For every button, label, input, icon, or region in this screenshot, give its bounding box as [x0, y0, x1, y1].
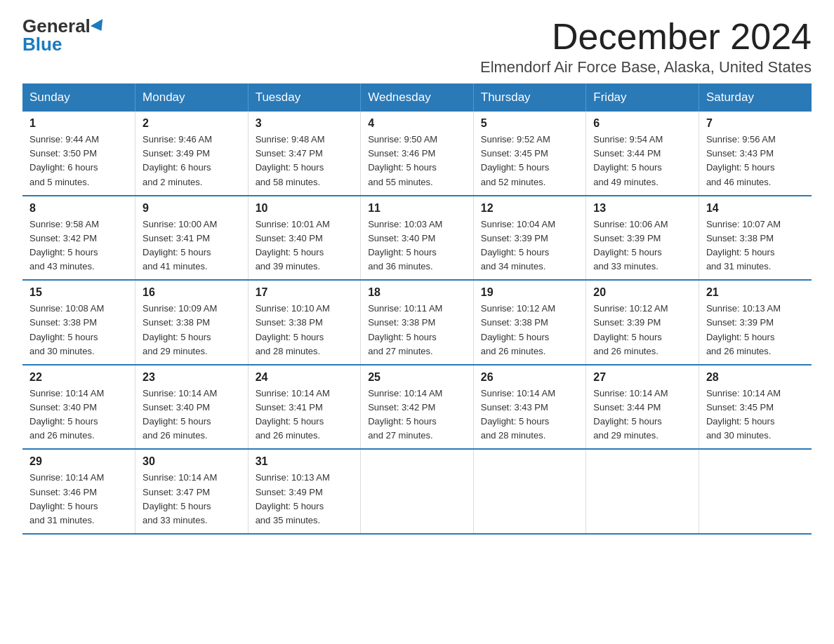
- calendar-cell: 16Sunrise: 10:09 AMSunset: 3:38 PMDaylig…: [135, 280, 249, 365]
- location-title: Elmendorf Air Force Base, Alaska, United…: [480, 58, 812, 76]
- day-info: Sunrise: 10:14 AMSunset: 3:45 PMDaylight…: [706, 387, 805, 443]
- calendar-cell: 29Sunrise: 10:14 AMSunset: 3:46 PMDaylig…: [22, 449, 135, 534]
- day-info: Sunrise: 9:52 AMSunset: 3:45 PMDaylight:…: [481, 133, 579, 189]
- day-number: 28: [706, 371, 805, 384]
- day-number: 26: [481, 371, 579, 384]
- day-info: Sunrise: 10:13 AMSunset: 3:49 PMDaylight…: [256, 471, 354, 528]
- day-number: 4: [368, 117, 466, 130]
- day-info: Sunrise: 10:14 AMSunset: 3:44 PMDaylight…: [593, 387, 691, 443]
- day-info: Sunrise: 9:56 AMSunset: 3:43 PMDaylight:…: [706, 133, 805, 189]
- day-number: 15: [29, 286, 128, 299]
- calendar-cell: 13Sunrise: 10:06 AMSunset: 3:39 PMDaylig…: [586, 196, 699, 281]
- day-info: Sunrise: 10:07 AMSunset: 3:38 PMDaylight…: [706, 217, 805, 274]
- day-info: Sunrise: 9:54 AMSunset: 3:44 PMDaylight:…: [593, 133, 691, 189]
- day-info: Sunrise: 10:03 AMSunset: 3:40 PMDaylight…: [368, 217, 466, 274]
- day-info: Sunrise: 10:08 AMSunset: 3:38 PMDaylight…: [29, 302, 128, 358]
- calendar-table: SundayMondayTuesdayWednesdayThursdayFrid…: [22, 83, 812, 535]
- calendar-cell: 3Sunrise: 9:48 AMSunset: 3:47 PMDaylight…: [248, 112, 361, 196]
- calendar-cell: 9Sunrise: 10:00 AMSunset: 3:41 PMDayligh…: [135, 196, 249, 281]
- day-info: Sunrise: 10:00 AMSunset: 3:41 PMDaylight…: [143, 217, 241, 274]
- calendar-cell: 26Sunrise: 10:14 AMSunset: 3:43 PMDaylig…: [473, 365, 586, 450]
- week-row-3: 15Sunrise: 10:08 AMSunset: 3:38 PMDaylig…: [22, 280, 812, 365]
- day-info: Sunrise: 10:06 AMSunset: 3:39 PMDaylight…: [593, 217, 691, 274]
- weekday-header-tuesday: Tuesday: [248, 83, 361, 112]
- day-info: Sunrise: 9:50 AMSunset: 3:46 PMDaylight:…: [368, 133, 466, 189]
- calendar-cell: 17Sunrise: 10:10 AMSunset: 3:38 PMDaylig…: [248, 280, 361, 365]
- day-number: 2: [143, 117, 241, 130]
- day-info: Sunrise: 9:44 AMSunset: 3:50 PMDaylight:…: [29, 133, 128, 189]
- day-info: Sunrise: 10:10 AMSunset: 3:38 PMDaylight…: [256, 302, 354, 358]
- calendar-cell: 2Sunrise: 9:46 AMSunset: 3:49 PMDaylight…: [135, 112, 249, 196]
- week-row-2: 8Sunrise: 9:58 AMSunset: 3:42 PMDaylight…: [22, 196, 812, 281]
- day-number: 13: [593, 202, 691, 215]
- day-number: 17: [256, 286, 354, 299]
- calendar-cell: 7Sunrise: 9:56 AMSunset: 3:43 PMDaylight…: [699, 112, 812, 196]
- day-info: Sunrise: 10:04 AMSunset: 3:39 PMDaylight…: [481, 217, 579, 274]
- calendar-cell: 11Sunrise: 10:03 AMSunset: 3:40 PMDaylig…: [361, 196, 474, 281]
- weekday-header-monday: Monday: [135, 83, 249, 112]
- day-info: Sunrise: 10:13 AMSunset: 3:39 PMDaylight…: [706, 302, 805, 358]
- day-number: 11: [368, 202, 466, 215]
- day-info: Sunrise: 10:14 AMSunset: 3:40 PMDaylight…: [143, 387, 241, 443]
- day-info: Sunrise: 10:14 AMSunset: 3:42 PMDaylight…: [368, 387, 466, 443]
- day-number: 29: [29, 455, 128, 468]
- week-row-4: 22Sunrise: 10:14 AMSunset: 3:40 PMDaylig…: [22, 365, 812, 450]
- day-number: 24: [256, 371, 354, 384]
- calendar-cell: 23Sunrise: 10:14 AMSunset: 3:40 PMDaylig…: [135, 365, 249, 450]
- day-info: Sunrise: 10:14 AMSunset: 3:43 PMDaylight…: [481, 387, 579, 443]
- day-info: Sunrise: 10:12 AMSunset: 3:38 PMDaylight…: [481, 302, 579, 358]
- weekday-header-thursday: Thursday: [473, 83, 586, 112]
- logo-blue-line: Blue: [22, 35, 62, 53]
- calendar-cell: 30Sunrise: 10:14 AMSunset: 3:47 PMDaylig…: [135, 449, 249, 534]
- calendar-cell: [361, 449, 474, 534]
- day-number: 6: [593, 117, 691, 130]
- calendar-cell: 8Sunrise: 9:58 AMSunset: 3:42 PMDaylight…: [22, 196, 135, 281]
- calendar-cell: 27Sunrise: 10:14 AMSunset: 3:44 PMDaylig…: [586, 365, 699, 450]
- day-info: Sunrise: 9:46 AMSunset: 3:49 PMDaylight:…: [143, 133, 241, 189]
- day-info: Sunrise: 10:14 AMSunset: 3:47 PMDaylight…: [143, 471, 241, 528]
- day-info: Sunrise: 10:14 AMSunset: 3:46 PMDaylight…: [29, 471, 128, 528]
- day-number: 23: [143, 371, 241, 384]
- calendar-cell: 12Sunrise: 10:04 AMSunset: 3:39 PMDaylig…: [473, 196, 586, 281]
- day-number: 7: [706, 117, 805, 130]
- day-number: 22: [29, 371, 128, 384]
- weekday-header-row: SundayMondayTuesdayWednesdayThursdayFrid…: [22, 83, 812, 112]
- week-row-1: 1Sunrise: 9:44 AMSunset: 3:50 PMDaylight…: [22, 112, 812, 196]
- day-number: 9: [143, 202, 241, 215]
- day-number: 14: [706, 202, 805, 215]
- day-number: 5: [481, 117, 579, 130]
- calendar-cell: [473, 449, 586, 534]
- calendar-cell: 22Sunrise: 10:14 AMSunset: 3:40 PMDaylig…: [22, 365, 135, 450]
- weekday-header-friday: Friday: [586, 83, 699, 112]
- day-number: 12: [481, 202, 579, 215]
- day-number: 1: [29, 117, 128, 130]
- day-info: Sunrise: 10:01 AMSunset: 3:40 PMDaylight…: [256, 217, 354, 274]
- calendar-cell: 14Sunrise: 10:07 AMSunset: 3:38 PMDaylig…: [699, 196, 812, 281]
- day-number: 3: [256, 117, 354, 130]
- calendar-cell: [699, 449, 812, 534]
- logo: General Blue: [22, 17, 106, 53]
- day-info: Sunrise: 10:14 AMSunset: 3:41 PMDaylight…: [256, 387, 354, 443]
- calendar-cell: [586, 449, 699, 534]
- calendar-cell: 4Sunrise: 9:50 AMSunset: 3:46 PMDaylight…: [361, 112, 474, 196]
- logo-general-line: General: [22, 17, 106, 35]
- day-number: 18: [368, 286, 466, 299]
- day-number: 27: [593, 371, 691, 384]
- day-info: Sunrise: 9:48 AMSunset: 3:47 PMDaylight:…: [256, 133, 354, 189]
- day-info: Sunrise: 10:14 AMSunset: 3:40 PMDaylight…: [29, 387, 128, 443]
- day-number: 19: [481, 286, 579, 299]
- day-number: 25: [368, 371, 466, 384]
- calendar-cell: 6Sunrise: 9:54 AMSunset: 3:44 PMDaylight…: [586, 112, 699, 196]
- logo-triangle-icon: [91, 19, 107, 34]
- calendar-cell: 31Sunrise: 10:13 AMSunset: 3:49 PMDaylig…: [248, 449, 361, 534]
- calendar-cell: 19Sunrise: 10:12 AMSunset: 3:38 PMDaylig…: [473, 280, 586, 365]
- day-number: 10: [256, 202, 354, 215]
- calendar-cell: 15Sunrise: 10:08 AMSunset: 3:38 PMDaylig…: [22, 280, 135, 365]
- page-header: General Blue December 2024 Elmendorf Air…: [22, 17, 812, 76]
- day-number: 8: [29, 202, 128, 215]
- day-number: 30: [143, 455, 241, 468]
- day-info: Sunrise: 10:09 AMSunset: 3:38 PMDaylight…: [143, 302, 241, 358]
- calendar-cell: 21Sunrise: 10:13 AMSunset: 3:39 PMDaylig…: [699, 280, 812, 365]
- calendar-cell: 18Sunrise: 10:11 AMSunset: 3:38 PMDaylig…: [361, 280, 474, 365]
- day-number: 21: [706, 286, 805, 299]
